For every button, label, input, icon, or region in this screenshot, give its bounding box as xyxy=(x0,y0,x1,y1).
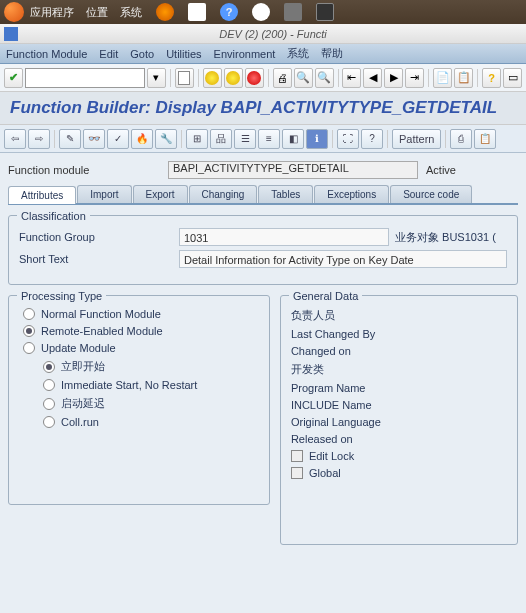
os-menubar: 应用程序 位置 系统 ? xyxy=(0,0,526,24)
separator xyxy=(170,69,171,87)
window-title: DEV (2) (200) - Functi xyxy=(24,28,522,40)
app-icon[interactable] xyxy=(284,3,302,21)
print-button[interactable]: 🖨 xyxy=(273,68,292,88)
menu-environment[interactable]: Environment xyxy=(214,48,276,60)
ubuntu-icon[interactable] xyxy=(4,2,24,22)
radio-immediate-norestart[interactable] xyxy=(43,379,55,391)
os-menu-system[interactable]: 系统 xyxy=(120,5,142,20)
window-titlebar: DEV (2) (200) - Functi xyxy=(0,24,526,44)
object-list-button[interactable]: ☰ xyxy=(234,129,256,149)
test-button[interactable]: 🔧 xyxy=(155,129,177,149)
radio-collrun[interactable] xyxy=(43,416,55,428)
original-language-label: Original Language xyxy=(291,416,381,428)
worklist-button[interactable]: ≡ xyxy=(258,129,280,149)
classification-group: Classification Function Group 1031 业务对象 … xyxy=(8,215,518,285)
menu-system[interactable]: 系统 xyxy=(287,46,309,61)
terminal-icon[interactable] xyxy=(316,3,334,21)
help-button-2[interactable]: ? xyxy=(361,129,383,149)
tab-tables[interactable]: Tables xyxy=(258,185,313,203)
function-module-field[interactable]: BAPI_ACTIVITYTYPE_GETDETAIL xyxy=(168,161,418,179)
tab-source[interactable]: Source code xyxy=(390,185,472,203)
help-button[interactable]: ? xyxy=(482,68,501,88)
function-module-status: Active xyxy=(426,164,456,176)
separator xyxy=(268,69,269,87)
tab-changing[interactable]: Changing xyxy=(189,185,258,203)
menu-utilities[interactable]: Utilities xyxy=(166,48,201,60)
copy-button[interactable]: 📋 xyxy=(474,129,496,149)
os-menu-places[interactable]: 位置 xyxy=(86,5,108,20)
separator xyxy=(428,69,429,87)
global-checkbox[interactable] xyxy=(291,467,303,479)
nav-forward-button[interactable]: ⇨ xyxy=(28,129,50,149)
help-icon[interactable]: ? xyxy=(220,3,238,21)
find-button[interactable]: 🔍 xyxy=(294,68,313,88)
next-page-button[interactable]: ▶ xyxy=(384,68,403,88)
first-page-button[interactable]: ⇤ xyxy=(342,68,361,88)
os-menu-apps[interactable]: 应用程序 xyxy=(30,5,74,20)
radio-delayed-label: 启动延迟 xyxy=(61,396,105,411)
cancel-button[interactable] xyxy=(245,68,264,88)
pretty-print-button[interactable]: ⎙ xyxy=(450,129,472,149)
menu-help[interactable]: 帮助 xyxy=(321,46,343,61)
find-next-button[interactable]: 🔍 xyxy=(315,68,334,88)
short-text-field[interactable]: Detail Information for Activity Type on … xyxy=(179,250,507,268)
last-page-button[interactable]: ⇥ xyxy=(405,68,424,88)
edit-lock-checkbox[interactable] xyxy=(291,450,303,462)
create-session-button[interactable]: 📄 xyxy=(433,68,452,88)
tab-exceptions[interactable]: Exceptions xyxy=(314,185,389,203)
cancel-icon xyxy=(247,71,261,85)
display-navigation-button[interactable]: ℹ xyxy=(306,129,328,149)
save-button[interactable] xyxy=(175,68,194,88)
changed-on-label: Changed on xyxy=(291,345,351,357)
radio-start-immediate-label: 立即开始 xyxy=(61,359,105,374)
separator xyxy=(477,69,478,87)
window-icon xyxy=(4,27,18,41)
activate-button[interactable]: 🔥 xyxy=(131,129,153,149)
radio-start-immediate[interactable] xyxy=(43,361,55,373)
separator xyxy=(332,130,333,148)
include-name-label: INCLUDE Name xyxy=(291,399,372,411)
firefox-icon[interactable] xyxy=(156,3,174,21)
check-button[interactable]: ✓ xyxy=(107,129,129,149)
exit-button[interactable] xyxy=(224,68,243,88)
create-shortcut-button[interactable]: 📋 xyxy=(454,68,473,88)
function-group-field[interactable]: 1031 xyxy=(179,228,389,246)
back-button[interactable] xyxy=(203,68,222,88)
app-toolbar: ⇦ ⇨ ✎ 👓 ✓ 🔥 🔧 ⊞ 品 ☰ ≡ ◧ ℹ ⛶ ? Pattern ⎙ … xyxy=(0,125,526,153)
hierarchy-button[interactable]: 品 xyxy=(210,129,232,149)
menu-edit[interactable]: Edit xyxy=(99,48,118,60)
radio-update[interactable] xyxy=(23,342,35,354)
menu-goto[interactable]: Goto xyxy=(130,48,154,60)
tab-import[interactable]: Import xyxy=(77,185,131,203)
mail-icon[interactable] xyxy=(188,3,206,21)
page-title: Function Builder: Display BAPI_ACTIVITYT… xyxy=(0,92,526,125)
prev-page-button[interactable]: ◀ xyxy=(363,68,382,88)
layout-button[interactable]: ▭ xyxy=(503,68,522,88)
qq-icon[interactable] xyxy=(252,3,270,21)
enter-button[interactable]: ✔ xyxy=(4,68,23,88)
radio-normal[interactable] xyxy=(23,308,35,320)
edit-lock-label: Edit Lock xyxy=(309,450,354,462)
released-on-label: Released on xyxy=(291,433,353,445)
menu-function-module[interactable]: Function Module xyxy=(6,48,87,60)
function-module-label: Function module xyxy=(8,164,168,176)
nav-back-button[interactable]: ⇦ xyxy=(4,129,26,149)
radio-delayed[interactable] xyxy=(43,398,55,410)
tab-attributes[interactable]: Attributes xyxy=(8,186,76,204)
function-group-desc: 业务对象 BUS1031 ( xyxy=(395,230,496,245)
radio-collrun-label: Coll.run xyxy=(61,416,99,428)
dropdown-button[interactable]: ▾ xyxy=(147,68,166,88)
back-icon xyxy=(205,71,219,85)
radio-remote[interactable] xyxy=(23,325,35,337)
where-used-button[interactable]: ⊞ xyxy=(186,129,208,149)
radio-remote-label: Remote-Enabled Module xyxy=(41,325,163,337)
fullscreen-button[interactable]: ⛶ xyxy=(337,129,359,149)
other-object-button[interactable]: 👓 xyxy=(83,129,105,149)
pattern-button[interactable]: Pattern xyxy=(392,129,441,149)
dev-class-label: 开发类 xyxy=(291,362,324,377)
command-field[interactable] xyxy=(25,68,145,88)
exit-icon xyxy=(226,71,240,85)
display-object-list-button[interactable]: ◧ xyxy=(282,129,304,149)
tab-export[interactable]: Export xyxy=(133,185,188,203)
display-change-button[interactable]: ✎ xyxy=(59,129,81,149)
